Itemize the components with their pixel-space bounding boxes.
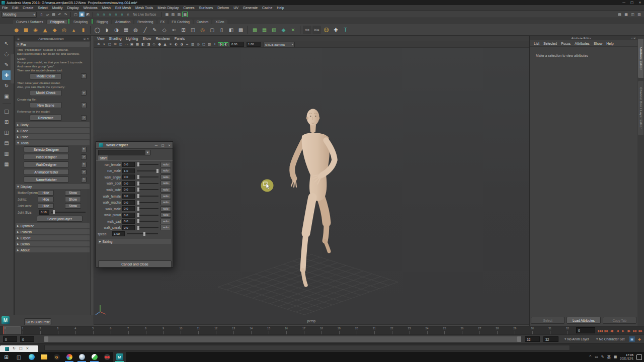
crease-icon[interactable]: ▧ <box>270 26 278 34</box>
start-button[interactable]: ⊞ <box>0 352 13 362</box>
shelf-tab-polygons[interactable]: Polygons <box>47 20 67 24</box>
solo-button[interactable]: solo <box>160 206 171 212</box>
subdiv-cube-icon[interactable]: ▦ <box>122 26 130 34</box>
slider-track[interactable] <box>137 221 158 222</box>
tray-pen-icon[interactable]: ✎ <box>601 355 604 359</box>
resolution-gate-icon[interactable]: ▭ <box>124 42 129 46</box>
attreditor-toggle-icon[interactable]: ◫ <box>630 12 635 17</box>
smooth-mesh-icon[interactable]: ▩ <box>251 26 259 34</box>
slider-track[interactable] <box>137 227 158 228</box>
shelf-tab-custom[interactable]: Custom <box>194 20 211 24</box>
green-chat-app[interactable] <box>88 352 101 362</box>
show-button[interactable]: Show <box>65 197 81 202</box>
menu-create[interactable]: Create <box>23 6 33 10</box>
copy-tab-button[interactable]: Copy Tab <box>603 317 636 324</box>
range-slider-bar[interactable] <box>44 336 521 342</box>
model-check-button[interactable]: Model Check <box>30 90 62 96</box>
disp-toggle-icon[interactable]: Disp <box>312 26 321 34</box>
bridge-icon[interactable]: ≈ <box>170 26 178 34</box>
boolean-icon[interactable]: ◑ <box>112 26 121 34</box>
anim-prefs-icon[interactable]: ◆ <box>636 336 642 342</box>
menu-select[interactable]: Select <box>38 6 47 10</box>
step-back-key-button[interactable]: ◀▮ <box>609 327 614 334</box>
slider-value-field[interactable]: 0.0 <box>122 181 135 186</box>
menu-mesh-display[interactable]: Mesh Display <box>157 6 179 10</box>
render-icon[interactable]: ▦ <box>164 12 170 17</box>
toolsettings-toggle-icon[interactable]: ▥ <box>636 12 642 17</box>
menu-modify[interactable]: Modify <box>52 6 63 10</box>
menu-deform[interactable]: Deform <box>217 6 229 10</box>
slider-value-field[interactable]: 1.0 <box>122 168 135 173</box>
film-gate-icon[interactable]: ◫ <box>118 42 123 46</box>
projection-sphere-icon[interactable]: ◍ <box>131 26 140 34</box>
slider-handle[interactable] <box>137 182 139 186</box>
menu-edit[interactable]: Edit <box>12 6 18 10</box>
ae-menu-focus[interactable]: Focus <box>561 42 571 45</box>
sidebar-toggle-icon[interactable]: ▤ <box>617 12 622 17</box>
shelf-tab-rigging[interactable]: Rigging <box>94 20 111 24</box>
step-back-frame-button[interactable]: ▮◀ <box>603 327 609 334</box>
wireframe-icon[interactable]: ◇ <box>151 42 156 46</box>
slider-handle[interactable] <box>156 169 158 173</box>
plus-tool-icon[interactable]: ✚ <box>332 26 340 34</box>
safe-action-icon[interactable]: ◧ <box>140 42 145 46</box>
show-button[interactable]: Show <box>65 203 81 209</box>
snap-curve-icon[interactable]: ∩ <box>101 12 107 17</box>
slider-value-field[interactable]: 0.0 <box>122 225 135 230</box>
slider-value-field[interactable]: 0.0 <box>122 174 135 179</box>
snap-view-icon[interactable]: ∩ <box>119 12 125 17</box>
layout-single-pane-icon[interactable]: □ <box>2 107 12 116</box>
slider-value-field[interactable]: 1.00 <box>112 231 125 236</box>
shadows-icon[interactable]: ◐ <box>174 42 179 46</box>
xray-icon[interactable]: ▧ <box>207 42 212 46</box>
ae-menu-list[interactable]: List <box>534 42 539 45</box>
teal-cube-icon[interactable]: ◆ <box>279 26 288 34</box>
slider-value-field[interactable]: 0.0 <box>122 194 135 199</box>
shaded-icon[interactable]: ● <box>157 42 162 46</box>
restore-icon[interactable]: ↻ <box>13 347 16 350</box>
select-component-icon[interactable]: ◩ <box>85 12 91 17</box>
play-backwards-button[interactable]: ◀ <box>615 327 620 334</box>
channelbox-toggle-icon[interactable]: ▦ <box>623 12 629 17</box>
walkdesigner-button[interactable]: WalkDesigner <box>24 161 69 167</box>
time-slider[interactable]: 0 ▮◀◀▮◀◀▮◀▶▮▶▶▮▶▶ 0123456789101112131415… <box>0 326 644 334</box>
menu-edit-mesh[interactable]: Edit Mesh <box>115 6 131 10</box>
slider-handle[interactable] <box>137 162 139 166</box>
slider-handle[interactable] <box>137 175 139 179</box>
textured-icon[interactable]: ▲ <box>163 42 168 46</box>
maximize-button[interactable]: □ <box>628 1 636 5</box>
notification-center-icon[interactable] <box>636 354 642 360</box>
gamma-field[interactable]: 1.00 <box>247 42 261 47</box>
section-pose[interactable]: ▶Pose <box>16 134 90 139</box>
solo-button[interactable]: solo <box>160 219 171 224</box>
mini-window-titlebar[interactable]: ↻□× <box>0 345 38 352</box>
open-scene-icon[interactable]: ▱ <box>45 12 50 17</box>
current-frame-field[interactable]: 0 <box>576 327 595 333</box>
posedesigner-button[interactable]: PoseDesigner <box>24 154 69 160</box>
hist-toggle-icon[interactable]: Hist <box>303 26 311 34</box>
workspace-selector[interactable]: Modeling ▼ <box>2 12 37 18</box>
go-to-end-button[interactable]: ▶▶ <box>638 327 643 334</box>
hide-button[interactable]: Hide <box>38 203 54 209</box>
snap-point-icon[interactable]: ∩ <box>107 12 113 17</box>
grid-toggle-icon[interactable]: ⊞ <box>113 42 118 46</box>
section-pre[interactable]: ▼ Pre <box>16 42 90 47</box>
smiley-icon[interactable]: ☺ <box>322 26 331 34</box>
slider-track[interactable] <box>137 176 158 177</box>
safe-title-icon[interactable]: ◨ <box>146 42 151 46</box>
multi-cut-icon[interactable]: ╱ <box>141 26 149 34</box>
go-to-start-button[interactable]: ▮◀◀ <box>597 327 603 334</box>
undock-icon[interactable]: ▫ <box>84 37 86 40</box>
extrude-icon[interactable]: ⊞ <box>179 26 188 34</box>
gate-mask-icon[interactable]: ▣ <box>129 42 134 46</box>
slider-value-field[interactable]: 0.0 <box>122 200 135 205</box>
joint-size-slider[interactable] <box>51 212 86 213</box>
dof-icon[interactable]: ◎ <box>196 42 201 46</box>
select-button[interactable]: Select <box>531 317 565 324</box>
slider-track[interactable] <box>137 170 158 171</box>
viewport-menu-view[interactable]: View <box>97 37 105 40</box>
anim-end-field[interactable]: 32 <box>543 336 558 342</box>
layout-hypershade-icon[interactable]: ▥ <box>2 149 12 158</box>
rotate-tool-icon[interactable]: ↻ <box>2 81 12 90</box>
solo-button[interactable]: solo <box>160 200 171 205</box>
